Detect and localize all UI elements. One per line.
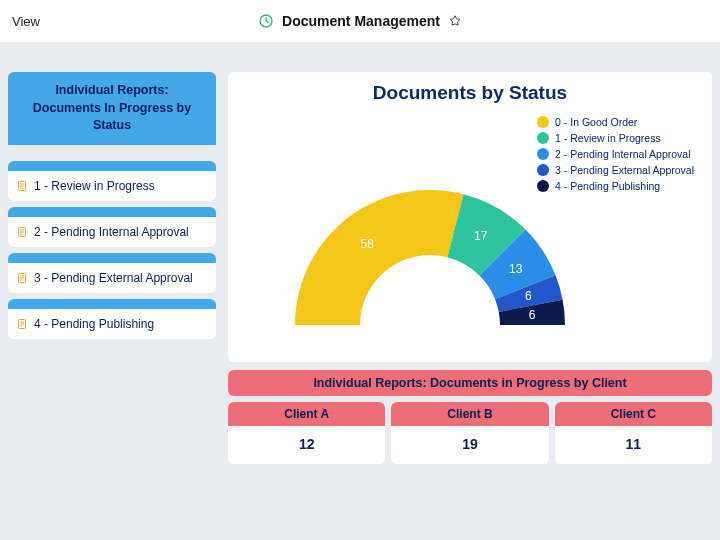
- clock-icon: [258, 13, 274, 29]
- document-icon: [16, 318, 28, 330]
- star-icon[interactable]: [448, 14, 462, 28]
- sidebar-item-internal[interactable]: 2 - Pending Internal Approval: [8, 207, 216, 247]
- segment-value: 6: [525, 289, 532, 303]
- client-value: 11: [555, 426, 712, 464]
- segment-value: 17: [474, 229, 488, 243]
- clients-heading: Individual Reports: Documents in Progres…: [228, 370, 712, 396]
- segment-value: 13: [509, 262, 523, 276]
- page-title: Document Management: [282, 13, 440, 29]
- view-menu[interactable]: View: [12, 14, 40, 29]
- clients-section: Individual Reports: Documents in Progres…: [228, 370, 712, 464]
- sidebar: Individual Reports: Documents In Progres…: [8, 72, 216, 464]
- legend-swatch: [537, 116, 549, 128]
- sidebar-heading: Individual Reports: Documents In Progres…: [8, 72, 216, 145]
- document-icon: [16, 226, 28, 238]
- chart-body: 0 - In Good Order1 - Review in Progress2…: [240, 110, 700, 340]
- clients-row: Client A12Client B19Client C11: [228, 402, 712, 464]
- sidebar-item-review[interactable]: 1 - Review in Progress: [8, 161, 216, 201]
- sidebar-heading-line: Individual Reports:: [16, 82, 208, 100]
- topbar-title-group: Document Management: [258, 13, 462, 29]
- chart-card: Documents by Status 0 - In Good Order1 -…: [228, 72, 712, 362]
- donut-segment[interactable]: [295, 190, 464, 325]
- segment-value: 6: [529, 308, 536, 322]
- legend-item[interactable]: 0 - In Good Order: [537, 116, 694, 128]
- client-column[interactable]: Client C11: [555, 402, 712, 464]
- donut-chart: 58171366: [280, 130, 580, 350]
- client-column[interactable]: Client A12: [228, 402, 385, 464]
- client-column[interactable]: Client B19: [391, 402, 548, 464]
- segment-value: 58: [360, 237, 374, 251]
- legend-label: 0 - In Good Order: [555, 116, 637, 128]
- sidebar-item-label: 4 - Pending Publishing: [34, 317, 154, 331]
- document-icon: [16, 272, 28, 284]
- client-name: Client B: [391, 402, 548, 426]
- chart-title: Documents by Status: [240, 82, 700, 104]
- sidebar-heading-line: Status: [16, 117, 208, 135]
- sidebar-item-external[interactable]: 3 - Pending External Approval: [8, 253, 216, 293]
- client-name: Client C: [555, 402, 712, 426]
- content: Individual Reports: Documents In Progres…: [0, 42, 720, 472]
- client-value: 12: [228, 426, 385, 464]
- main: Documents by Status 0 - In Good Order1 -…: [228, 72, 712, 464]
- client-name: Client A: [228, 402, 385, 426]
- document-icon: [16, 180, 28, 192]
- sidebar-heading-line: Documents In Progress by: [16, 100, 208, 118]
- sidebar-item-label: 2 - Pending Internal Approval: [34, 225, 189, 239]
- sidebar-item-label: 1 - Review in Progress: [34, 179, 155, 193]
- sidebar-item-label: 3 - Pending External Approval: [34, 271, 193, 285]
- topbar: View Document Management: [0, 0, 720, 42]
- client-value: 19: [391, 426, 548, 464]
- sidebar-item-publishing[interactable]: 4 - Pending Publishing: [8, 299, 216, 339]
